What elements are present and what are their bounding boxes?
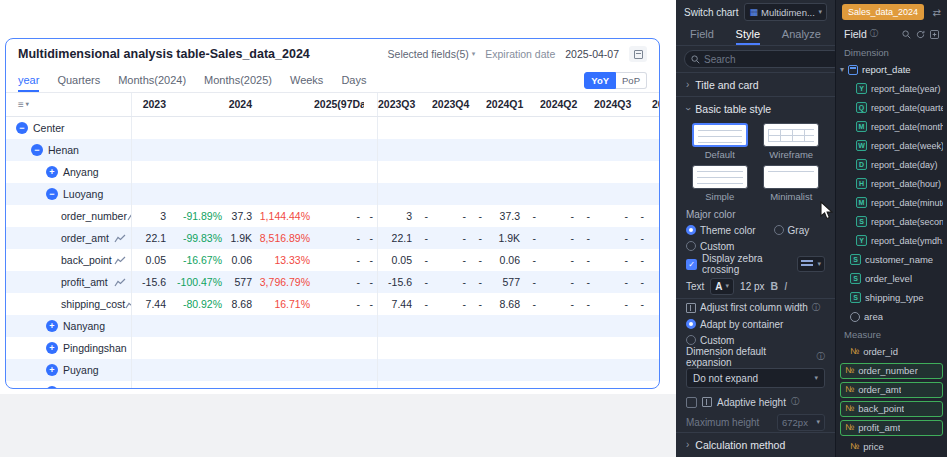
pop-button[interactable]: PoP xyxy=(616,72,647,89)
table-row-back_point[interactable]: back_point0.05-16.67%0.0613.33%--0.05---… xyxy=(6,249,659,271)
tab-style[interactable]: Style xyxy=(736,24,760,45)
field-item-report_date(secon...[interactable]: Sreport_date(secon... xyxy=(836,212,947,231)
field-item-order_number[interactable]: №order_number xyxy=(836,361,947,380)
yoy-button[interactable]: YoY xyxy=(584,72,616,89)
section-calculation-method[interactable]: › Calculation method xyxy=(676,432,835,456)
collapse-node-icon[interactable]: − xyxy=(31,144,43,156)
field-item-report_date(month)[interactable]: Mreport_date(month) xyxy=(836,117,947,136)
refresh-icon[interactable] xyxy=(916,30,925,39)
style-search-input[interactable] xyxy=(704,54,835,65)
adaptive-height-checkbox[interactable] xyxy=(686,397,697,408)
field-item-area[interactable]: area xyxy=(836,307,947,326)
table-row-shipping_cost[interactable]: shipping_cost7.44-80.92%8.6816.71%--7.44… xyxy=(6,293,659,315)
tab-quarters[interactable]: Quarters xyxy=(57,69,100,92)
field-item-order_amt[interactable]: №order_amt xyxy=(836,380,947,399)
table-row-order_amt[interactable]: order_amt22.1-99.83%1.9K8,516.89%--22.1-… xyxy=(6,227,659,249)
font-color-select[interactable]: A ▾ xyxy=(710,278,734,295)
chart-type-select[interactable]: ▦ Multidimen... ▾ xyxy=(744,3,827,21)
radio-theme-color[interactable] xyxy=(686,225,696,235)
radio-custom-width[interactable] xyxy=(686,335,696,345)
line-chart-icon[interactable] xyxy=(114,256,126,265)
table-row-Luoyang[interactable]: −Luoyang xyxy=(6,183,659,205)
field-item-report_date(hour)[interactable]: Hreport_date(hour) xyxy=(836,174,947,193)
style-option-wireframe[interactable]: Wireframe xyxy=(760,123,824,160)
radio-custom[interactable] xyxy=(686,241,696,251)
table-row-Nanyang[interactable]: +Nanyang xyxy=(6,315,659,337)
style-thumbnail-default[interactable] xyxy=(692,123,748,147)
radio-gray[interactable] xyxy=(774,225,784,235)
datasource-button[interactable]: Sales_data_2024 xyxy=(842,4,924,20)
tab-days[interactable]: Days xyxy=(341,69,366,92)
field-item-shipping_type[interactable]: Sshipping_type xyxy=(836,288,947,307)
style-thumbnail-simple[interactable] xyxy=(692,165,748,189)
table-row-Henan[interactable]: −Henan xyxy=(6,139,659,161)
expand-node-icon[interactable]: + xyxy=(46,320,58,332)
tab-field[interactable]: Field xyxy=(690,24,714,45)
field-item-order_id[interactable]: №order_id xyxy=(836,342,947,361)
field-item-profit_amt[interactable]: №profit_amt xyxy=(836,418,947,437)
font-size-value[interactable]: 12 px xyxy=(740,281,764,292)
table-row-Puyang[interactable]: +Puyang xyxy=(6,359,659,381)
field-item-report_date(ymdh...[interactable]: Yreport_date(ymdh... xyxy=(836,231,947,250)
add-field-icon[interactable] xyxy=(930,30,939,39)
search-icon[interactable] xyxy=(902,30,911,39)
radio-adapt-by-container[interactable] xyxy=(686,319,696,329)
style-thumbnail-minimalist[interactable] xyxy=(763,165,819,189)
analysis-table-card[interactable]: Multidimensional analysis table-Sales_da… xyxy=(5,38,660,389)
field-item-report_date(minute)[interactable]: Mreport_date(minute) xyxy=(836,193,947,212)
collapse-node-icon[interactable]: − xyxy=(16,122,28,134)
zebra-stripes-icon xyxy=(801,260,813,268)
zebra-checkbox[interactable]: ✓ xyxy=(686,259,697,270)
chevron-down-icon[interactable]: ▾ xyxy=(840,65,844,74)
field-item-back_point[interactable]: №back_point xyxy=(836,399,947,418)
section-title-and-card[interactable]: › Title and card xyxy=(676,72,835,96)
section-basic-table-style[interactable]: › Basic table style xyxy=(676,96,835,120)
expand-node-icon[interactable]: + xyxy=(46,386,58,389)
expand-node-icon[interactable]: + xyxy=(46,364,58,376)
expand-node-icon[interactable]: + xyxy=(46,166,58,178)
style-option-minimalist[interactable]: Minimalist xyxy=(760,165,824,202)
data-cell xyxy=(578,337,594,359)
table-row-order_number[interactable]: order_number3-91.89%37.31,144.44%--3---3… xyxy=(6,205,659,227)
dimension-expansion-select[interactable]: Do not expand ▾ xyxy=(686,368,825,388)
tab-weeks[interactable]: Weeks xyxy=(290,69,323,92)
maximum-height-select[interactable]: 672px ▾ xyxy=(777,414,825,431)
table-row-profit_amt[interactable]: profit_amt-15.6-100.47%5773,796.79%---15… xyxy=(6,271,659,293)
line-chart-icon[interactable] xyxy=(114,234,126,243)
collapse-node-icon[interactable]: − xyxy=(46,188,58,200)
line-chart-icon[interactable] xyxy=(125,300,132,309)
tab-months-2024[interactable]: Months(2024) xyxy=(118,69,186,92)
field-item-report_date[interactable]: ▾ report_date xyxy=(836,60,947,79)
table-row-Pingdingshan[interactable]: +Pingdingshan xyxy=(6,337,659,359)
expand-node-icon[interactable]: + xyxy=(46,342,58,354)
tab-year[interactable]: year xyxy=(18,69,39,92)
expand-all-icon[interactable]: ≡ xyxy=(18,93,24,116)
calendar-icon[interactable] xyxy=(629,46,647,62)
line-chart-icon[interactable] xyxy=(114,278,126,287)
bold-button[interactable]: B xyxy=(771,280,779,292)
field-item-report_date(year)[interactable]: Yreport_date(year) xyxy=(836,79,947,98)
tab-analyze[interactable]: Analyze xyxy=(782,24,821,45)
zebra-style-select[interactable]: ▾ xyxy=(797,256,825,272)
field-item-order_level[interactable]: Sorder_level xyxy=(836,269,947,288)
field-item-report_date(quarter)[interactable]: Qreport_date(quarter) xyxy=(836,98,947,117)
table-row-Anyang[interactable]: +Anyang xyxy=(6,161,659,183)
style-option-default[interactable]: Default xyxy=(688,123,752,160)
tab-months-2025[interactable]: Months(2025) xyxy=(204,69,272,92)
field-item-price[interactable]: №price xyxy=(836,437,947,456)
selected-fields-dropdown[interactable]: Selected fields(5) ▾ xyxy=(388,48,476,60)
info-icon: ⓘ xyxy=(791,396,800,408)
style-thumbnail-wireframe[interactable] xyxy=(763,123,819,147)
style-option-simple[interactable]: Simple xyxy=(688,165,752,202)
style-search-box[interactable] xyxy=(684,50,835,68)
field-item-report_date(day)[interactable]: Dreport_date(day) xyxy=(836,155,947,174)
field-item-customer_name[interactable]: Scustomer_name xyxy=(836,250,947,269)
switch-datasource-icon[interactable]: ⇄ xyxy=(933,7,941,18)
expiration-date-value[interactable]: 2025-04-07 xyxy=(565,48,619,60)
table-corner-cell[interactable]: ≡ ▾ xyxy=(6,93,132,116)
table-row-Sanmenxia[interactable]: +Sanmenxia xyxy=(6,381,659,389)
table-row-Center[interactable]: −Center xyxy=(6,117,659,139)
date-part-icon: D xyxy=(856,159,867,170)
field-item-report_date(week)[interactable]: Wreport_date(week) xyxy=(836,136,947,155)
italic-button[interactable]: I xyxy=(784,280,787,292)
